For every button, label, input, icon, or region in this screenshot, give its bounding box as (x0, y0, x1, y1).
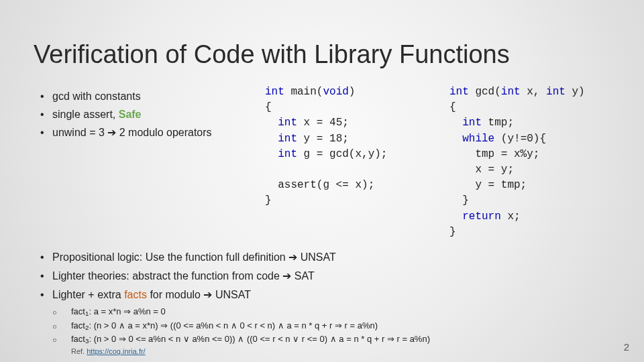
fact-item: fact1: a = x*n ⇒ a%n = 0 (52, 305, 430, 319)
sub-bullet-icon (52, 319, 71, 333)
kw: void (323, 86, 348, 98)
text-fragment: fact (71, 334, 85, 344)
code-text: x = 45; (297, 117, 349, 129)
text-fragment: UNSAT (212, 289, 250, 300)
kw: int (501, 86, 521, 98)
fact-text: fact3: (n > 0 ⇒ 0 <= a%n < n ∨ a%n <= 0)… (71, 333, 430, 347)
bullet-dot-icon (40, 286, 52, 304)
bullet-dot-icon (40, 248, 52, 267)
kw: int (265, 148, 297, 160)
code-text: tmp = x%y; (449, 148, 539, 160)
kw: int (449, 86, 469, 98)
text-fragment: 2 modulo operators (116, 127, 211, 138)
bullet-dot-icon (40, 105, 52, 123)
kw: int (265, 117, 297, 129)
code-text: x, (521, 86, 546, 98)
reference-link[interactable]: https://coq.inria.fr/ (87, 347, 145, 355)
slide: Verification of Code with Library Functi… (0, 0, 644, 362)
kw: int (265, 133, 297, 145)
text-fragment: for modulo (147, 289, 203, 300)
arrow-icon: ➔ (282, 270, 291, 282)
code-text: main( (284, 86, 323, 98)
fact-item: fact3: (n > 0 ⇒ 0 <= a%n < n ∨ a%n <= 0)… (52, 333, 430, 347)
text-fragment: UNSAT (297, 251, 335, 263)
bullet-item: single assert, Safe (40, 105, 241, 123)
text-fragment: : a = x*n ⇒ a%n = 0 (89, 306, 165, 316)
text-fragment: Propositional logic: Use the function fu… (52, 251, 288, 263)
text-fragment: : (n > 0 ⇒ 0 <= a%n < n ∨ a%n <= 0)) ∧ (… (89, 334, 430, 344)
page-number: 2 (624, 341, 629, 353)
kw: while (449, 133, 494, 145)
text-fragment: SAT (291, 270, 314, 282)
bullet-text: Lighter + extra facts for modulo ➔ UNSAT (52, 286, 251, 304)
code-text: assert(g <= x); (265, 179, 374, 191)
code-text: (y!=0){ (494, 133, 546, 145)
arrow-icon: ➔ (107, 127, 116, 138)
text-fragment: fact (71, 320, 85, 330)
bullet-text: single assert, Safe (52, 105, 142, 123)
bullet-dot-icon (40, 267, 52, 286)
reference-line: Ref. https://coq.inria.fr/ (71, 347, 146, 355)
code-text: y) (566, 86, 585, 98)
code-block-main: int main(void) { int x = 45; int y = 18;… (265, 84, 387, 209)
code-text: g = gcd(x,y); (297, 148, 387, 160)
code-text: { (265, 101, 272, 113)
bullet-text: unwind = 3 ➔ 2 modulo operators (52, 123, 212, 141)
slide-title: Verification of Code with Library Functi… (34, 40, 510, 69)
arrow-icon: ➔ (288, 251, 297, 263)
bullet-item: unwind = 3 ➔ 2 modulo operators (40, 123, 241, 141)
ref-label: Ref. (71, 347, 87, 355)
kw: return (449, 210, 501, 223)
code-text: gcd( (469, 86, 501, 98)
bullet-item: Lighter + extra facts for modulo ➔ UNSAT (40, 286, 336, 304)
bullet-dot-icon (40, 123, 52, 141)
bullet-text: gcd with constants (52, 87, 141, 105)
kw: int (449, 117, 482, 129)
text-fragment: Lighter + extra (52, 289, 124, 300)
kw: int (546, 86, 566, 98)
sub-bullet-icon (52, 305, 71, 318)
text-fragment: single assert (52, 109, 113, 120)
bullet-item: Lighter theories: abstract the function … (40, 267, 336, 286)
facts-highlight: facts (124, 289, 147, 300)
sub-bullet-icon (52, 333, 71, 346)
text-fragment: fact (71, 306, 85, 316)
bullet-text: Lighter theories: abstract the function … (52, 267, 315, 286)
arrow-icon: ➔ (203, 289, 212, 300)
code-text: tmp; (482, 117, 514, 129)
code-text: ) (349, 86, 356, 98)
code-text: y = tmp; (449, 179, 527, 191)
code-text: } (265, 194, 272, 206)
bottom-bullet-list: Propositional logic: Use the function fu… (40, 248, 336, 304)
code-text: { (449, 101, 456, 113)
safe-label: Safe (119, 109, 142, 120)
code-text: } (449, 226, 456, 238)
bullet-item: gcd with constants (40, 87, 241, 105)
code-text: } (449, 194, 469, 206)
kw: int (265, 86, 284, 98)
fact-text: fact2: (n > 0 ∧ a = x*n) ⇒ ((0 <= a%n < … (71, 319, 378, 333)
code-text: x = y; (449, 164, 514, 176)
text-fragment: : (n > 0 ∧ a = x*n) ⇒ ((0 <= a%n < n ∧ 0… (89, 320, 378, 330)
top-bullet-list: gcd with constants single assert, Safe u… (40, 87, 241, 142)
fact-item: fact2: (n > 0 ∧ a = x*n) ⇒ ((0 <= a%n < … (52, 319, 430, 333)
bullet-dot-icon (40, 87, 52, 105)
bullet-text: Propositional logic: Use the function fu… (52, 248, 336, 267)
facts-list: fact1: a = x*n ⇒ a%n = 0 fact2: (n > 0 ∧… (52, 305, 430, 347)
text-fragment: unwind = 3 (52, 127, 107, 138)
bullet-item: Propositional logic: Use the function fu… (40, 248, 336, 267)
fact-text: fact1: a = x*n ⇒ a%n = 0 (71, 305, 166, 319)
code-text: x; (501, 210, 521, 223)
text-fragment: Lighter theories: abstract the function … (52, 270, 282, 282)
code-block-gcd: int gcd(int x, int y) { int tmp; while (… (449, 84, 585, 240)
code-text: y = 18; (297, 133, 349, 145)
